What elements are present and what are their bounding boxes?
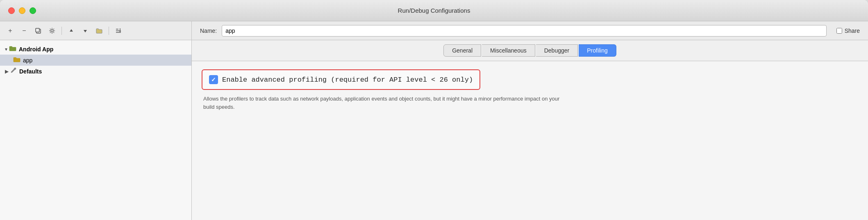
enable-advanced-profiling-box: Enable advanced profiling (required for … (202, 69, 480, 90)
arrow-icon: ▾ (5, 46, 7, 52)
window-title: Run/Debug Configurations (398, 7, 470, 14)
down-button[interactable] (80, 25, 91, 36)
up-button[interactable] (66, 25, 77, 36)
share-label: Share (845, 28, 860, 34)
copy-button[interactable] (33, 25, 43, 36)
content-area: Enable advanced profiling (required for … (192, 61, 868, 220)
settings-button[interactable] (47, 25, 57, 36)
tab-miscellaneous[interactable]: Miscellaneous (482, 44, 535, 57)
tab-profiling[interactable]: Profiling (579, 44, 616, 57)
toolbar-separator-2 (109, 27, 109, 35)
sidebar-tree: ▾ Android App app (0, 40, 191, 220)
description-text: Allows the profilers to track data such … (202, 95, 570, 111)
sidebar: + − (0, 21, 192, 220)
tree-item-android-app[interactable]: ▾ Android App (0, 44, 191, 55)
main-content: + − (0, 21, 868, 220)
tree-item-defaults[interactable]: ▶ Defaults (0, 66, 191, 77)
app-label: app (23, 57, 32, 64)
tab-general[interactable]: General (443, 44, 481, 57)
tree-item-app[interactable]: app (0, 55, 191, 66)
right-panel: Name: Share General Miscellaneous Debugg… (192, 21, 868, 220)
close-button[interactable] (8, 7, 15, 14)
share-checkbox[interactable] (836, 28, 842, 34)
checkbox-checked-icon[interactable] (209, 75, 218, 84)
tab-debugger[interactable]: Debugger (536, 44, 578, 57)
tabs-row: General Miscellaneous Debugger Profiling (192, 40, 868, 61)
defaults-label: Defaults (19, 68, 42, 75)
share-area: Share (836, 28, 860, 34)
title-bar: Run/Debug Configurations (0, 0, 868, 21)
android-app-label: Android App (19, 46, 53, 53)
toolbar-separator-1 (61, 27, 62, 35)
svg-point-3 (11, 71, 12, 73)
folder-button[interactable] (94, 25, 105, 36)
maximize-button[interactable] (30, 7, 36, 14)
window: Run/Debug Configurations + − (0, 0, 868, 220)
minimize-button[interactable] (19, 7, 25, 14)
folder-yellow-icon (13, 56, 20, 64)
name-row: Name: Share (192, 21, 868, 40)
svg-rect-1 (36, 28, 39, 32)
add-button[interactable]: + (5, 25, 16, 36)
sort-button[interactable] (113, 25, 124, 36)
defaults-arrow-icon: ▶ (5, 69, 9, 74)
traffic-lights (8, 7, 36, 14)
svg-point-2 (51, 30, 53, 32)
remove-button[interactable]: − (19, 25, 30, 36)
sidebar-toolbar: + − (0, 21, 191, 40)
folder-android-icon (9, 45, 16, 53)
checkbox-label: Enable advanced profiling (required for … (222, 76, 473, 84)
name-input[interactable] (222, 25, 826, 37)
wrench-icon (10, 67, 17, 75)
name-label: Name: (200, 28, 217, 34)
